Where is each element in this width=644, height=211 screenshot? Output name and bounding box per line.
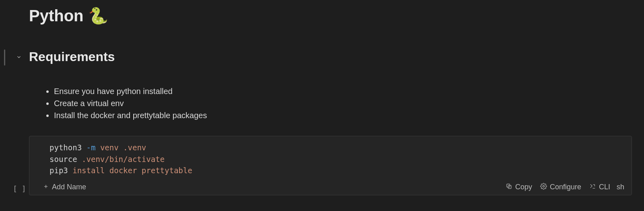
section-header: Requirements [0, 49, 644, 64]
svg-point-4 [543, 185, 544, 187]
code-content[interactable]: python3 -m venv .venv source .venv/bin/a… [29, 136, 632, 180]
language-label[interactable]: sh [614, 182, 627, 192]
terminal-icon [589, 183, 596, 192]
add-name-label: Add Name [52, 183, 86, 191]
code-footer: Add Name Copy Configure [29, 180, 632, 195]
add-name-button[interactable]: Add Name [40, 182, 89, 192]
list-item: Ensure you have python installed [54, 85, 644, 97]
cli-label: CLI [599, 183, 610, 191]
copy-label: Copy [515, 183, 532, 191]
plus-icon [43, 183, 49, 191]
configure-label: Configure [550, 183, 581, 191]
copy-icon [506, 183, 512, 192]
page-title: Python 🐍 [0, 0, 644, 25]
list-item: Create a virtual env [54, 97, 644, 109]
code-line: source .venv/bin/activate [50, 154, 622, 165]
section-title: Requirements [29, 49, 115, 64]
configure-button[interactable]: Configure [536, 182, 585, 193]
gear-icon [540, 183, 547, 192]
copy-button[interactable]: Copy [502, 182, 536, 193]
code-line: python3 -m venv .venv [50, 142, 622, 154]
cli-button[interactable]: CLI [585, 182, 614, 193]
code-block: python3 -m venv .venv source .venv/bin/a… [29, 136, 632, 195]
chevron-down-icon[interactable] [15, 53, 23, 61]
section-marker [4, 49, 5, 66]
list-item: Install the docker and prettytable packa… [54, 109, 644, 121]
requirements-section: Requirements Ensure you have python inst… [0, 49, 644, 195]
requirements-list: Ensure you have python installed Create … [0, 85, 644, 121]
cell-brackets: [ ] [13, 184, 26, 193]
code-line: pip3 install docker prettytable [50, 165, 622, 176]
